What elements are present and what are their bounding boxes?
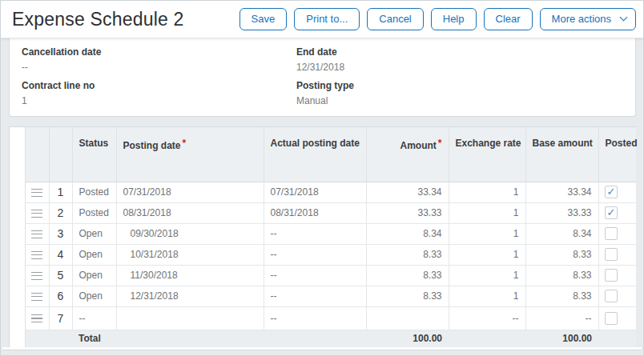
table-gutter [10,127,26,347]
posted-cell [598,223,636,244]
exchange-rate-cell[interactable]: 1 [449,223,525,244]
exchange-rate-cell: 1 [449,182,525,202]
exchange-rate-cell[interactable]: -- [449,306,525,330]
drag-handle[interactable] [26,306,49,330]
status-cell: Posted [72,202,116,223]
detail-form: Cancellation date -- End date 12/31/2018… [9,38,636,117]
actual-posting-date-cell: 07/31/2018 [264,182,366,202]
row-number: 6 [49,286,72,306]
row-number: 2 [49,202,72,223]
drag-handle[interactable] [26,265,49,286]
posted-checkbox[interactable] [605,186,618,198]
actual-posting-date-cell[interactable]: -- [264,265,366,286]
posted-checkbox[interactable] [605,227,618,240]
column-header-posting-date: Posting date* [116,127,264,182]
field-label: Cancellation date [22,46,296,58]
actual-posting-date-cell[interactable]: -- [264,244,366,265]
field-value: -- [22,62,296,73]
amount-cell[interactable]: 8.33 [366,244,449,265]
table-row: 7 -- -- -- -- [26,306,636,330]
posting-date-cell[interactable]: 12/31/2018 [116,286,264,306]
posted-checkbox[interactable] [605,206,618,219]
clear-button[interactable]: Clear [484,8,533,30]
more-actions-button[interactable]: More actions [540,8,636,30]
page-title: Expense Schedule 2 [12,9,184,30]
base-amount-cell[interactable]: 8.33 [525,265,598,286]
field-label: Posting type [296,80,635,91]
drag-handle[interactable] [26,202,49,223]
row-number: 4 [49,244,72,265]
column-header-amount: Amount* [366,127,449,182]
required-asterisk: * [438,138,442,149]
posted-cell [598,306,636,330]
save-button[interactable]: Save [239,8,288,30]
exchange-rate-cell[interactable]: 1 [449,286,525,306]
table-row: 2 Posted 08/31/2018 08/31/2018 33.33 1 3… [26,202,636,223]
posted-cell [598,265,636,286]
table-row: 6 Open 12/31/2018 -- 8.33 1 8.33 [26,286,636,306]
posting-date-cell: 08/31/2018 [116,202,264,223]
actual-posting-date-cell[interactable]: -- [264,306,366,330]
drag-column-header [26,127,49,182]
actual-posting-date-cell[interactable]: -- [264,286,366,306]
required-asterisk: * [183,138,187,149]
amount-cell[interactable]: 8.33 [366,286,449,306]
column-header-status: Status [72,127,116,182]
column-header-base-amount: Base amount [525,127,598,182]
exchange-rate-cell: 1 [449,202,525,223]
amount-cell[interactable]: 8.33 [366,265,449,286]
amount-cell: 33.33 [366,202,449,223]
schedule-table-body: 1 Posted 07/31/2018 07/31/2018 33.34 1 3… [26,182,636,330]
exchange-rate-cell[interactable]: 1 [449,265,525,286]
toolbar: SavePrint to...CancelHelpClear More acti… [232,8,636,30]
print-to-button[interactable]: Print to... [294,8,360,30]
table-row: 5 Open 11/30/2018 -- 8.33 1 8.33 [26,265,636,286]
posting-date-cell[interactable]: 11/30/2018 [116,265,264,286]
more-actions-label: More actions [552,14,611,24]
field-label: Contract line no [22,80,296,91]
posted-cell [598,202,636,223]
status-cell: Open [72,223,116,244]
posted-checkbox[interactable] [605,312,618,325]
cancel-button[interactable]: Cancel [367,8,423,30]
base-amount-cell[interactable]: 8.33 [525,286,598,306]
actual-posting-date-cell[interactable]: -- [264,223,366,244]
schedule-table: Status Posting date* Actual posting date… [9,126,636,348]
posting-date-cell[interactable]: 10/31/2018 [116,244,264,265]
posted-checkbox[interactable] [605,269,618,282]
help-button[interactable]: Help [431,8,477,30]
posted-checkbox[interactable] [605,290,618,302]
base-amount-cell[interactable]: 8.34 [525,223,598,244]
field-posting-type: Posting type Manual [296,80,635,106]
total-amount: 100.00 [366,330,449,347]
amount-cell[interactable]: 8.34 [366,223,449,244]
exchange-rate-cell[interactable]: 1 [449,244,525,265]
total-base-amount: 100.00 [525,330,598,347]
chevron-down-icon [620,14,628,22]
posting-date-cell[interactable]: 09/30/2018 [116,223,264,244]
field-value: 1 [22,95,296,106]
column-header-exchange-rate: Exchange rate [449,127,525,182]
drag-handle[interactable] [26,223,49,244]
posted-checkbox[interactable] [605,248,618,261]
drag-handle-icon [31,293,42,301]
posting-date-cell[interactable] [116,306,264,330]
row-number: 1 [49,182,72,202]
row-number: 5 [49,265,72,286]
actual-posting-date-cell: 08/31/2018 [264,202,366,223]
field-value: 12/31/2018 [296,62,635,73]
status-cell: Posted [72,182,116,202]
drag-handle[interactable] [26,182,49,202]
drag-handle[interactable] [26,286,49,306]
base-amount-cell[interactable]: -- [525,306,598,330]
table-footer: Total 100.00 100.00 [26,330,636,347]
field-label: End date [296,46,635,58]
drag-handle[interactable] [26,244,49,265]
status-cell: Open [72,286,116,306]
base-amount-cell: 33.34 [525,182,598,202]
base-amount-cell[interactable]: 8.33 [525,244,598,265]
column-header-actual-posting-date: Actual posting date [264,127,366,182]
column-header-posted: Posted [598,127,636,182]
status-cell: Open [72,244,116,265]
amount-cell[interactable] [366,306,449,330]
